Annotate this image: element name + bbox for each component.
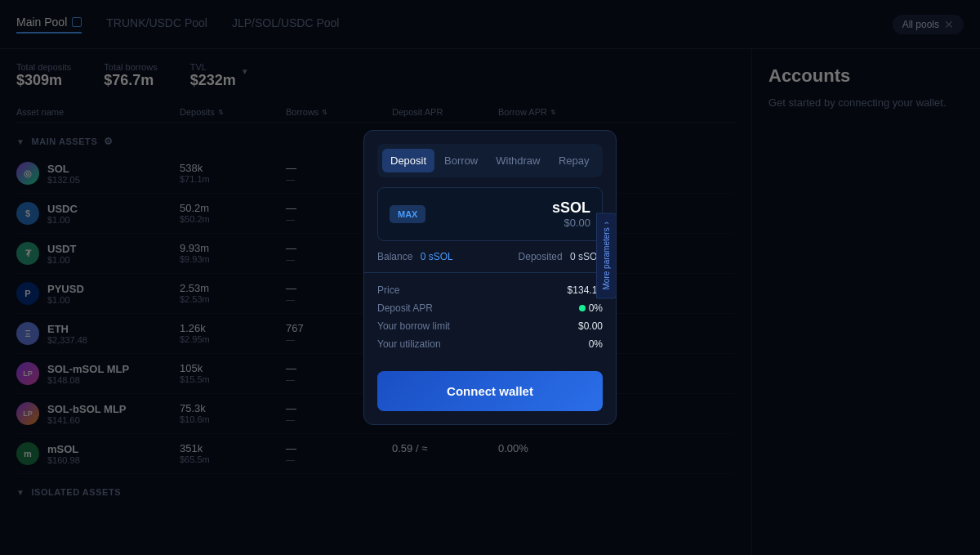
modal-tab-borrow[interactable]: Borrow: [436, 149, 486, 172]
balance-row: Balance 0 sSOL Deposited 0 sSOL: [364, 251, 616, 272]
input-value: $0.00: [552, 217, 590, 229]
deposit-apr-value: 0%: [579, 302, 603, 314]
modal-tab-repay[interactable]: Repay: [550, 149, 598, 172]
input-right: sSOL $0.00: [552, 199, 590, 229]
max-button[interactable]: MAX: [390, 205, 425, 223]
deposit-apr-label: Deposit APR: [377, 302, 433, 314]
modal-overlay[interactable]: Deposit Borrow Withdraw Repay MAX sSOL $…: [0, 0, 980, 555]
green-dot-icon: [579, 305, 586, 311]
more-parameters-chevron-icon: ›: [602, 222, 611, 224]
param-deposit-apr: Deposit APR 0%: [377, 299, 603, 317]
balance-value: 0 sSOL: [421, 251, 453, 262]
utilization-label: Your utilization: [377, 338, 441, 350]
connect-wallet-button[interactable]: Connect wallet: [377, 371, 603, 411]
modal-input-area: MAX sSOL $0.00: [377, 187, 603, 241]
params-table: Price $134.10 Deposit APR 0% Your borrow…: [364, 272, 616, 361]
borrow-limit-value: $0.00: [578, 320, 603, 332]
deposited-right: Deposited 0 sSOL: [519, 251, 603, 262]
borrow-limit-label: Your borrow limit: [377, 320, 450, 332]
param-price: Price $134.10: [377, 281, 603, 299]
price-label: Price: [377, 284, 399, 296]
input-asset-name: sSOL: [552, 199, 590, 217]
deposit-modal: Deposit Borrow Withdraw Repay MAX sSOL $…: [363, 130, 617, 425]
more-parameters-button[interactable]: More parameters ›: [596, 213, 617, 298]
modal-tab-withdraw[interactable]: Withdraw: [488, 149, 548, 172]
param-utilization: Your utilization 0%: [377, 335, 603, 353]
param-borrow-limit: Your borrow limit $0.00: [377, 317, 603, 335]
modal-tab-deposit[interactable]: Deposit: [382, 149, 434, 172]
utilization-value: 0%: [589, 338, 603, 350]
balance-left: Balance 0 sSOL: [377, 251, 453, 262]
more-parameters-label: More parameters: [602, 227, 611, 289]
deposited-label: Deposited: [519, 251, 563, 262]
modal-tabs: Deposit Borrow Withdraw Repay: [377, 144, 603, 177]
balance-label: Balance: [377, 251, 412, 262]
